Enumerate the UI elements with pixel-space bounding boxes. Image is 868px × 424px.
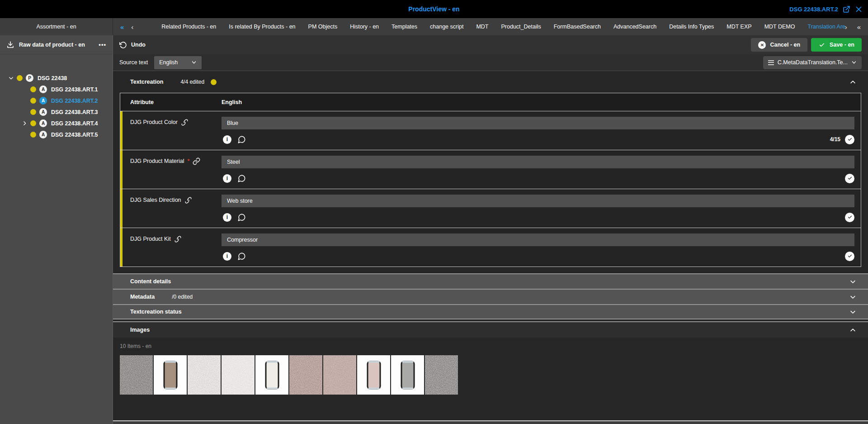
attribute-value-input[interactable]	[222, 117, 854, 129]
attribute-row-djg-product-material: DJG Product Material * i	[120, 150, 861, 189]
tab-mdt-demo[interactable]: MDT DEMO	[764, 24, 795, 30]
images-title: Images	[130, 327, 150, 333]
tree-item-dsg-22438-art-1[interactable]: A DSG 22438.ART.1	[0, 84, 113, 95]
tab-advancedsearch[interactable]: AdvancedSearch	[613, 24, 656, 30]
download-icon[interactable]	[6, 41, 14, 49]
tabs-collapse-right-icon[interactable]: «	[857, 24, 861, 30]
attribute-value-input[interactable]	[222, 156, 854, 168]
broken-link-icon[interactable]	[174, 235, 182, 243]
images-section-header[interactable]: Images	[113, 321, 868, 338]
section-metadata[interactable]: Metadata /0 edited	[113, 289, 868, 304]
chevron-down-icon[interactable]	[849, 309, 856, 315]
tab-change-script[interactable]: change script	[430, 24, 463, 30]
product-pan-image	[391, 355, 424, 395]
tab-templates[interactable]: Templates	[392, 24, 417, 30]
tab-pm-objects[interactable]: PM Objects	[308, 24, 338, 30]
texture-swatch	[425, 355, 458, 395]
chevron-down-icon	[191, 60, 197, 65]
image-thumbnail-9[interactable]	[391, 355, 424, 395]
tab-mdt-exp[interactable]: MDT EXP	[726, 24, 751, 30]
tree-item-dsg-22438-art-2[interactable]: A DSG 22438.ART.2	[0, 95, 113, 106]
close-icon[interactable]	[855, 5, 863, 13]
tabs-collapse-left-icon[interactable]: «	[120, 24, 124, 30]
external-link-icon[interactable]	[843, 5, 850, 13]
image-thumbnail-5[interactable]	[255, 355, 288, 395]
source-language-select[interactable]: English	[154, 56, 202, 69]
row-status-group: 4/15	[830, 135, 854, 144]
comment-icon[interactable]	[237, 213, 246, 222]
metadata-translation-value: C.MetaDataTranslation.Te...	[778, 59, 848, 66]
image-thumbnail-10[interactable]	[425, 355, 458, 395]
tabs-scroll-back-icon[interactable]: ‹	[131, 24, 133, 30]
tree-item-dsg-22438[interactable]: P DSG 22438	[0, 72, 113, 84]
attribute-value-input[interactable]	[222, 195, 854, 207]
section-content-details[interactable]: Content details	[113, 273, 868, 289]
status-dot-icon	[17, 75, 23, 81]
comment-icon[interactable]	[237, 135, 246, 144]
texture-swatch	[222, 355, 255, 395]
image-thumbnail-7[interactable]	[323, 355, 356, 395]
broken-link-icon[interactable]	[184, 196, 192, 204]
expand-chevron-icon[interactable]	[21, 97, 28, 105]
chevron-down-icon[interactable]	[849, 278, 856, 285]
metadata-translation-select[interactable]: C.MetaDataTranslation.Te...	[763, 56, 862, 69]
row-status-group	[845, 174, 854, 183]
comment-icon[interactable]	[237, 252, 246, 261]
translation-content: Textcreation 4/4 edited Attribute Englis…	[113, 71, 868, 424]
chevron-up-icon[interactable]	[849, 327, 856, 333]
value-cell: i	[222, 233, 861, 261]
attribute-value-input[interactable]	[222, 233, 854, 246]
tab-history-en[interactable]: History - en	[350, 24, 379, 30]
image-thumbnail-1[interactable]	[120, 355, 153, 395]
expand-chevron-icon[interactable]	[21, 131, 28, 138]
table-rows: DJG Product Color * i 4/15	[120, 111, 861, 267]
image-thumbnail-6[interactable]	[289, 355, 322, 395]
cancel-button[interactable]: ✕ Cancel - en	[751, 38, 807, 52]
section-title: Textcreation status	[130, 309, 182, 315]
tabs-nav-right: › «	[845, 24, 861, 30]
chevron-up-icon[interactable]	[849, 79, 856, 86]
image-thumbnail-2[interactable]	[154, 355, 187, 395]
image-thumbnail-3[interactable]	[188, 355, 221, 395]
tab-details-info-types[interactable]: Details Info Types	[669, 24, 714, 30]
expand-chevron-icon[interactable]	[21, 119, 28, 127]
tab-is-related-by-products-en[interactable]: Is related By Products - en	[229, 24, 295, 30]
tab-translation-area[interactable]: Translation Area	[807, 24, 844, 30]
expand-chevron-icon[interactable]	[7, 74, 15, 82]
textcreation-section-header[interactable]: Textcreation 4/4 edited	[113, 71, 868, 93]
texture-swatch	[289, 355, 322, 395]
info-icon[interactable]: i	[223, 252, 231, 261]
tab-product-details[interactable]: Product_Details	[501, 24, 541, 30]
section-textcreation-status[interactable]: Textcreation status	[113, 304, 868, 319]
tab-related-products-en[interactable]: Related Products - en	[161, 24, 216, 30]
expand-chevron-icon[interactable]	[21, 108, 28, 116]
expand-chevron-icon[interactable]	[21, 86, 28, 93]
object-type-badge: A	[39, 108, 47, 116]
tree-item-dsg-22438-art-4[interactable]: A DSG 22438.ART.4	[0, 118, 113, 129]
info-icon[interactable]: i	[223, 213, 231, 222]
tree-item-dsg-22438-art-3[interactable]: A DSG 22438.ART.3	[0, 106, 113, 118]
attribute-row-djg-product-color: DJG Product Color * i 4/15	[120, 111, 861, 150]
link-icon[interactable]	[193, 157, 200, 165]
textcreation-table: Attribute English DJG Product Color * i	[120, 93, 861, 267]
info-icon[interactable]: i	[223, 135, 231, 144]
image-thumbnail-8[interactable]	[357, 355, 390, 395]
images-section: Images 10 Items - en	[113, 321, 868, 395]
tab-mdt[interactable]: MDT	[476, 24, 488, 30]
chevron-down-icon[interactable]	[849, 294, 856, 300]
more-options-icon[interactable]: •••	[99, 41, 106, 48]
tabs-scroll-forward-icon[interactable]: ›	[845, 24, 847, 30]
status-dot-icon	[30, 86, 36, 92]
undo-button[interactable]: Undo	[119, 41, 146, 49]
broken-link-icon[interactable]	[181, 119, 189, 126]
save-button[interactable]: Save - en	[811, 38, 862, 52]
comment-icon[interactable]	[237, 174, 246, 183]
sidebar-header: Raw data of product - en •••	[0, 35, 113, 54]
status-dot-icon	[30, 132, 36, 138]
tab-formbasedsearch[interactable]: FormBasedSearch	[554, 24, 601, 30]
info-icon[interactable]: i	[223, 174, 231, 183]
tree-item-dsg-22438-art-5[interactable]: A DSG 22438.ART.5	[0, 129, 113, 140]
texture-swatch	[188, 355, 221, 395]
image-thumbnail-4[interactable]	[222, 355, 255, 395]
value-cell: i 4/15	[222, 117, 861, 144]
